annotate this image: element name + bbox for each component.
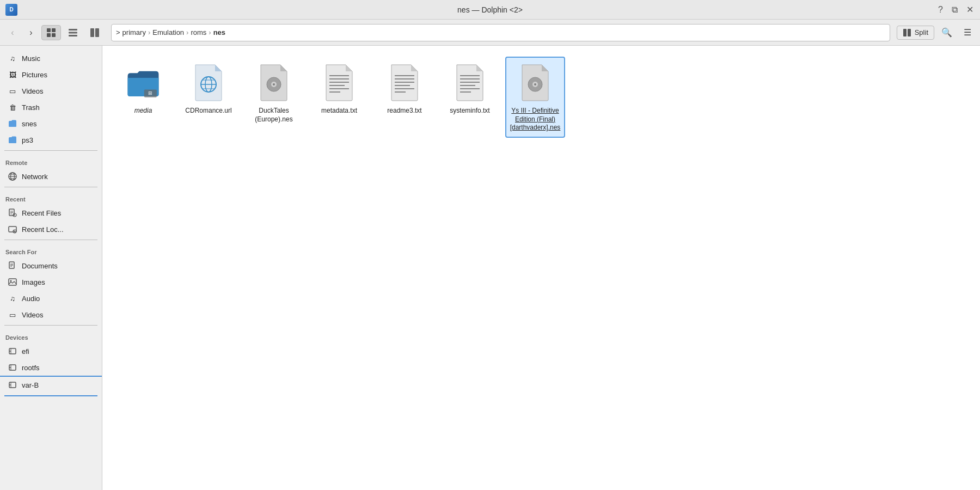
network-icon <box>8 171 17 181</box>
sidebar-item-pictures[interactable]: 🖼 Pictures <box>0 66 102 83</box>
media-folder-icon: ⊞ <box>126 63 161 102</box>
ducktales-name: DuckTales (Europe).nes <box>248 107 299 124</box>
sidebar-label-videos-search: Videos <box>22 311 44 319</box>
search-button[interactable]: 🔍 <box>939 24 955 41</box>
sidebar-label-network: Network <box>22 173 48 181</box>
sidebar-item-network[interactable]: Network <box>0 168 102 185</box>
sidebar-item-ps3[interactable]: ps3 <box>0 132 102 148</box>
svg-rect-4 <box>69 29 77 30</box>
sidebar-label-documents: Documents <box>22 262 58 270</box>
breadcrumb-emulation[interactable]: Emulation <box>152 28 184 36</box>
ys3-icon <box>518 63 553 102</box>
sidebar-item-videos-search[interactable]: ▭ Videos <box>0 307 102 323</box>
efi-icon <box>8 346 17 356</box>
sidebar-divider-2 <box>4 187 97 187</box>
sidebar-item-recent-files[interactable]: Recent Files <box>0 205 102 221</box>
toolbar-right: Split 🔍 ☰ <box>897 24 976 41</box>
toolbar: ‹ › > primary › Emulation › roms › nes <box>0 20 980 46</box>
sidebar-label-pictures: Pictures <box>22 71 47 79</box>
menu-button[interactable]: ☰ <box>959 24 976 41</box>
svg-point-51 <box>273 83 275 85</box>
music-icon: ♫ <box>8 53 17 63</box>
split-button[interactable]: Split <box>897 26 934 40</box>
sidebar-label-snes: snes <box>22 120 36 128</box>
split-view-icon-button[interactable] <box>85 25 105 40</box>
videos-icon: ▭ <box>8 86 17 96</box>
sidebar-item-documents[interactable]: Documents <box>0 258 102 274</box>
file-item-ducktales[interactable]: DuckTales (Europe).nes <box>244 57 304 138</box>
forward-button[interactable]: › <box>23 24 39 41</box>
sidebar-divider-varb <box>4 395 97 396</box>
sidebar: ♫ Music 🖼 Pictures ▭ Videos 🗑 Trash snes <box>0 46 102 490</box>
svg-rect-9 <box>903 29 906 36</box>
cdromance-icon <box>191 63 226 102</box>
trash-icon: 🗑 <box>8 102 17 112</box>
sidebar-item-snes[interactable]: snes <box>0 115 102 132</box>
close-icon[interactable]: ✕ <box>966 4 973 15</box>
file-item-metadata[interactable]: metadata.txt <box>309 57 369 138</box>
list-view-button[interactable] <box>63 25 83 40</box>
sidebar-section-search: Search For <box>0 242 102 258</box>
svg-rect-1 <box>52 28 56 32</box>
sidebar-label-trash: Trash <box>22 103 40 112</box>
sidebar-item-recent-locations[interactable]: Recent Loc... <box>0 221 102 237</box>
file-grid: ⊞ media <box>113 57 969 138</box>
audio-icon: ♫ <box>8 293 17 303</box>
sidebar-item-rootfs[interactable]: rootfs <box>0 359 102 376</box>
breadcrumb[interactable]: > primary › Emulation › roms › nes <box>111 24 890 41</box>
file-item-cdromance[interactable]: CDRomance.url <box>179 57 238 138</box>
varb-icon <box>8 380 17 390</box>
file-item-readme3[interactable]: readme3.txt <box>375 57 434 138</box>
sidebar-section-recent: Recent <box>0 189 102 205</box>
sidebar-label-videos: Videos <box>22 87 44 95</box>
titlebar: D nes — Dolphin <2> ? ⧉ ✕ <box>0 0 980 20</box>
sidebar-section-devices: Devices <box>0 328 102 343</box>
svg-rect-0 <box>47 28 51 32</box>
file-item-systeminfo[interactable]: systeminfo.txt <box>440 57 500 138</box>
sidebar-item-efi[interactable]: efi <box>0 343 102 359</box>
rootfs-icon <box>8 363 17 372</box>
svg-point-41 <box>10 384 11 385</box>
snes-folder-icon <box>8 119 17 128</box>
sidebar-item-varb[interactable]: var-B <box>0 377 102 393</box>
pictures-icon: 🖼 <box>8 70 17 79</box>
icon-view-button[interactable] <box>41 25 61 40</box>
svg-rect-5 <box>69 32 77 33</box>
help-icon[interactable]: ? <box>938 5 943 15</box>
back-button[interactable]: ‹ <box>4 24 21 41</box>
svg-point-72 <box>534 83 536 85</box>
main-content: ♫ Music 🖼 Pictures ▭ Videos 🗑 Trash snes <box>0 46 980 490</box>
sidebar-divider-3 <box>4 240 97 240</box>
app-logo: D <box>5 4 17 16</box>
sidebar-label-recent-files: Recent Files <box>22 209 61 217</box>
sidebar-label-varb: var-B <box>22 381 39 389</box>
sidebar-label-music: Music <box>22 54 40 63</box>
sidebar-item-music[interactable]: ♫ Music <box>0 50 102 66</box>
restore-icon[interactable]: ⧉ <box>952 5 958 15</box>
sidebar-item-images[interactable]: Images <box>0 274 102 290</box>
sidebar-label-recent-locations: Recent Loc... <box>22 225 64 234</box>
breadcrumb-primary[interactable]: primary <box>122 28 146 36</box>
svg-rect-31 <box>9 279 16 285</box>
svg-rect-6 <box>69 35 77 36</box>
ps3-folder-icon <box>8 135 17 145</box>
file-area: ⊞ media <box>102 46 980 490</box>
svg-rect-10 <box>908 29 911 36</box>
sidebar-label-rootfs: rootfs <box>22 364 40 372</box>
recent-files-icon <box>8 208 17 218</box>
sidebar-item-trash[interactable]: 🗑 Trash <box>0 99 102 115</box>
sidebar-divider-1 <box>4 150 97 151</box>
readme3-name: readme3.txt <box>387 107 421 115</box>
sidebar-label-ps3: ps3 <box>22 136 33 144</box>
breadcrumb-nes: nes <box>213 28 225 36</box>
sidebar-item-audio[interactable]: ♫ Audio <box>0 290 102 307</box>
file-item-ys3[interactable]: Ys III - Definitive Edition (Final) [dar… <box>505 57 565 138</box>
sidebar-label-images: Images <box>22 278 45 286</box>
sidebar-item-videos[interactable]: ▭ Videos <box>0 83 102 99</box>
svg-rect-3 <box>52 33 56 37</box>
systeminfo-icon <box>452 63 487 102</box>
svg-text:⊞: ⊞ <box>148 90 152 96</box>
window-title: nes — Dolphin <2> <box>457 5 523 14</box>
file-item-media[interactable]: ⊞ media <box>113 57 173 138</box>
breadcrumb-roms[interactable]: roms <box>191 28 206 36</box>
